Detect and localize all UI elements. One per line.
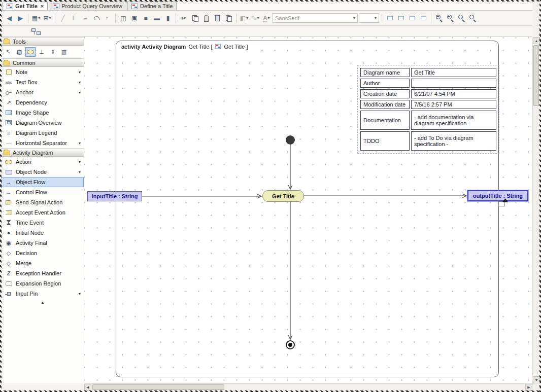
equal-size-button[interactable]: ■ bbox=[141, 13, 151, 23]
palette-section-activity-diagram[interactable]: Activity Diagram bbox=[2, 148, 84, 157]
paste-button[interactable] bbox=[201, 13, 211, 23]
swimlane-tool-button[interactable]: ▥ bbox=[59, 47, 69, 57]
initial-node[interactable] bbox=[286, 135, 295, 145]
palette-item-note[interactable]: Note▾ bbox=[2, 67, 84, 77]
palette-item-text-box[interactable]: abcText Box▾ bbox=[2, 77, 84, 87]
palette-item-diagram-legend[interactable]: ≡Diagram Legend bbox=[2, 128, 84, 138]
refresh-diagram-button[interactable] bbox=[418, 13, 428, 23]
scroll-right-button[interactable]: ▶ bbox=[525, 384, 532, 391]
palette-scroll-up[interactable]: ▲ bbox=[2, 299, 84, 306]
chevron-down-icon[interactable]: ▾ bbox=[79, 90, 82, 95]
action-node[interactable]: Get Title bbox=[262, 190, 304, 202]
scroll-up-button[interactable]: ▲ bbox=[533, 37, 540, 44]
chevron-down-icon[interactable]: ▾ bbox=[79, 70, 82, 75]
back-button[interactable]: ◀ bbox=[4, 13, 14, 23]
palette-item-anchor[interactable]: Anchor▾ bbox=[2, 87, 84, 97]
chevron-down-icon[interactable]: ▾ bbox=[79, 141, 82, 146]
palette-item-initial-node[interactable]: ●Initial Node bbox=[2, 228, 84, 238]
palette-item-control-flow[interactable]: →Control Flow bbox=[2, 187, 84, 197]
reset-size-button[interactable]: ▮ bbox=[163, 13, 173, 23]
zoom-reset-button[interactable] bbox=[456, 13, 466, 23]
palette-item-object-flow[interactable]: →Object Flow bbox=[2, 177, 84, 187]
palette-item-input-pin[interactable]: Input Pin▾ bbox=[2, 289, 84, 299]
initial-node-icon: ● bbox=[5, 230, 13, 236]
layer-backward-button[interactable] bbox=[396, 13, 406, 23]
delete-button[interactable] bbox=[212, 13, 222, 23]
chevron-down-icon: ▾ bbox=[246, 16, 248, 20]
duplicate-button[interactable] bbox=[223, 13, 233, 23]
palette-item-dependency[interactable]: ↗Dependency bbox=[2, 97, 84, 108]
select-in-containment-tree-button[interactable] bbox=[31, 26, 41, 37]
scroll-left-button[interactable]: ◀ bbox=[84, 384, 91, 391]
close-tab-icon[interactable]: × bbox=[41, 4, 44, 9]
palette-item-horizontal-separator[interactable]: ----Horizontal Separator▾ bbox=[2, 138, 84, 148]
horizontal-scroll-thumb[interactable] bbox=[92, 384, 224, 390]
autosize-button[interactable]: ▬ bbox=[152, 13, 162, 23]
tab-get-title[interactable]: Get Title × bbox=[3, 2, 48, 10]
palette-item-object-node[interactable]: Object Node▾ bbox=[2, 167, 84, 177]
info-value: Get Title bbox=[411, 68, 496, 77]
vertical-scroll-thumb[interactable] bbox=[533, 45, 539, 106]
zoom-fit-button[interactable] bbox=[467, 13, 478, 23]
palette-item-send-signal-action[interactable]: Send Signal Action bbox=[2, 197, 84, 207]
selection-tool-button[interactable]: ↖ bbox=[3, 47, 13, 57]
palette-item-merge[interactable]: ◇Merge bbox=[2, 258, 84, 268]
chevron-down-icon[interactable]: ▾ bbox=[79, 170, 82, 174]
layout-diagram-button[interactable]: ▦▾ bbox=[31, 13, 41, 23]
rectilinear-path-button[interactable]: Γ bbox=[69, 13, 79, 23]
equal-width-button[interactable]: ◫ bbox=[118, 13, 128, 23]
marquee-tool-button[interactable]: ▧ bbox=[14, 47, 24, 57]
chevron-down-icon[interactable]: ▾ bbox=[79, 80, 82, 85]
chevron-down-icon[interactable]: ▾ bbox=[79, 160, 82, 164]
palette-item-activity-final[interactable]: ◉Activity Final bbox=[2, 238, 84, 248]
cut-button[interactable]: ✂ bbox=[179, 13, 189, 23]
palette-section-common[interactable]: Common bbox=[2, 58, 84, 67]
output-object-node-selected[interactable]: outputTitle : String bbox=[467, 190, 528, 201]
input-object-node[interactable]: inputTitle : String bbox=[87, 191, 142, 201]
palette-item-decision[interactable]: ◇Decision bbox=[2, 248, 84, 258]
palette-item-time-event[interactable]: Time Event bbox=[2, 218, 84, 228]
palette-section-tools[interactable]: Tools bbox=[2, 37, 84, 46]
bring-to-front-button[interactable] bbox=[407, 13, 417, 23]
insert-shape-button[interactable]: ⊞▾ bbox=[42, 13, 52, 23]
palette-item-expansion-region[interactable]: Expansion Region bbox=[2, 278, 84, 289]
zoom-out-icon: − bbox=[447, 15, 454, 21]
distribute-tool-button[interactable]: ⇕ bbox=[48, 47, 58, 57]
path-style-button[interactable]: ≈ bbox=[103, 13, 113, 23]
line-color-button[interactable]: ✎▾ bbox=[250, 13, 260, 23]
table-row: Documentation- add documentation via dia… bbox=[360, 111, 496, 130]
equal-height-button[interactable]: ▣ bbox=[129, 13, 140, 23]
vertical-scrollbar[interactable]: ▲ ▼ bbox=[532, 37, 539, 383]
font-family-select[interactable]: SansSerif▾ bbox=[273, 13, 358, 23]
palette-item-image-shape[interactable]: Image Shape bbox=[2, 108, 84, 118]
oblique-path-button[interactable]: ╱ bbox=[58, 13, 68, 23]
diagram-info-table[interactable]: Diagram nameGet Title Author Creation da… bbox=[357, 65, 499, 154]
note-icon bbox=[6, 69, 12, 75]
forward-button[interactable]: ▶ bbox=[15, 13, 25, 23]
palette-item-exception-handler[interactable]: ZException Handler bbox=[2, 268, 84, 278]
zoom-in-button[interactable]: + bbox=[434, 13, 444, 23]
tab-define-a-title[interactable]: Define a Title bbox=[127, 2, 177, 10]
horizontal-scrollbar[interactable]: ◀ ▶ bbox=[84, 383, 532, 390]
zoom-out-button[interactable]: − bbox=[445, 13, 455, 23]
tab-product-query-overview[interactable]: Product Query Overview bbox=[49, 2, 126, 10]
layer-forward-button[interactable] bbox=[385, 13, 395, 23]
activity-final-node[interactable] bbox=[286, 340, 295, 349]
bent-path-button[interactable]: ⌐ bbox=[80, 13, 90, 23]
palette-item-diagram-overview[interactable]: Diagram Overview bbox=[2, 118, 84, 128]
font-size-select[interactable]: ▾ bbox=[359, 13, 379, 23]
quick-link-tool-button[interactable] bbox=[25, 47, 36, 57]
font-color-button[interactable]: A▾ bbox=[261, 13, 272, 23]
scroll-down-button[interactable]: ▼ bbox=[533, 376, 540, 383]
tab-label: Product Query Overview bbox=[61, 3, 122, 9]
diagram-canvas[interactable]: activity Activity Diagram Get Title [ Ge… bbox=[84, 37, 532, 383]
curved-path-button[interactable] bbox=[91, 13, 102, 23]
chevron-down-icon[interactable]: ▾ bbox=[79, 292, 82, 296]
curve-icon bbox=[94, 16, 99, 20]
align-tool-button[interactable]: ⊥ bbox=[37, 47, 47, 57]
palette-item-action[interactable]: Action▾ bbox=[2, 157, 84, 167]
activity-diagram-icon bbox=[131, 4, 138, 9]
fill-color-button[interactable]: ◧▾ bbox=[239, 13, 249, 23]
copy-button[interactable] bbox=[190, 13, 200, 23]
palette-item-accept-event-action[interactable]: Accept Event Action bbox=[2, 207, 84, 218]
